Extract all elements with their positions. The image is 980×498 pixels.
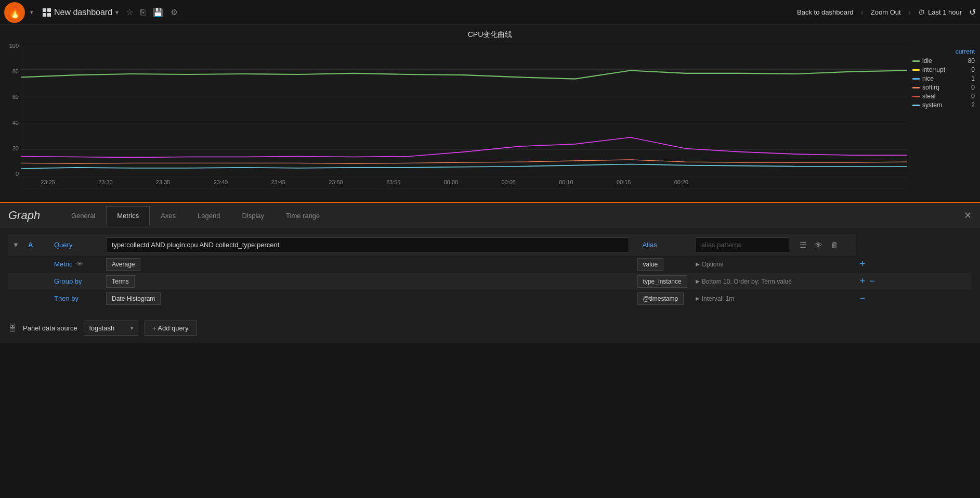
- nav-right-arrow[interactable]: ›: [908, 8, 911, 17]
- yaxis-60: 60: [12, 94, 19, 100]
- tab-time-range[interactable]: Time range: [275, 206, 331, 225]
- close-panel-editor-button[interactable]: ✕: [964, 210, 972, 221]
- time-range-button[interactable]: ⏱ Last 1 hour: [918, 8, 962, 16]
- query-actions-cell: ☰ 👁 🗑: [793, 234, 856, 256]
- tab-metrics[interactable]: Metrics: [106, 206, 150, 226]
- yaxis-100: 100: [9, 43, 19, 49]
- add-query-button[interactable]: + Add query: [145, 321, 197, 336]
- metric-agg-pill[interactable]: Average: [106, 258, 140, 271]
- groupby-options-cell: ▶ Bottom 10, Order by: Term value: [691, 273, 856, 290]
- metric-options-button[interactable]: ▶ Options: [696, 261, 723, 268]
- metric-label: Metric: [54, 260, 72, 268]
- xaxis-label: 23:40: [214, 179, 228, 185]
- xaxis-label: 23:45: [271, 179, 285, 185]
- xaxis-label: 23:55: [386, 179, 401, 185]
- nav-dropdown-arrow[interactable]: ▾: [28, 7, 35, 18]
- legend-value-system: 2: [971, 101, 975, 109]
- chart-title: CPU变化曲线: [0, 30, 980, 40]
- legend-color-steal: [912, 96, 920, 97]
- datasource-select-wrapper: logstash prometheus graphite: [84, 321, 138, 336]
- dashboard-title: New dashboard: [54, 8, 112, 17]
- chart-legend: current idle 80 interrupt 0 nice: [907, 43, 980, 188]
- yaxis-80: 80: [12, 68, 19, 74]
- yaxis-0: 0: [16, 171, 19, 177]
- metric-label-cell: Metric 👁: [50, 256, 102, 273]
- xaxis-label: 00:00: [444, 179, 459, 185]
- zoom-out-button[interactable]: Zoom Out: [871, 8, 901, 16]
- topnav: 🔥 ▾ New dashboard ▾ ☆ ⎘ 💾 ⚙ Back to dash…: [0, 0, 980, 25]
- chart-xaxis: 23:25 23:30 23:35 23:40 23:45 23:50 23:5…: [21, 176, 907, 188]
- xaxis-label: 00:10: [559, 179, 573, 185]
- groupby-label-cell: Group by: [50, 273, 102, 290]
- save-icon[interactable]: 💾: [153, 7, 163, 17]
- query-label-cell: Query: [50, 234, 102, 256]
- logo-button[interactable]: 🔥: [4, 2, 25, 23]
- query-delete-button[interactable]: 🗑: [829, 239, 841, 250]
- query-menu-button[interactable]: ☰: [798, 239, 808, 251]
- grafana-icon: 🔥: [8, 6, 22, 19]
- groupby-minus-button[interactable]: −: [869, 276, 875, 287]
- chart-plot: 23:25 23:30 23:35 23:40 23:45 23:50 23:5…: [21, 43, 907, 188]
- nav-left-arrow[interactable]: ‹: [861, 8, 864, 17]
- thenby-indent: [8, 290, 50, 307]
- groupby-type-pill[interactable]: Terms: [106, 275, 135, 288]
- metric-field-cell: value: [633, 256, 691, 273]
- metric-field-pill[interactable]: value: [637, 258, 664, 271]
- groupby-options-arrow: ▶: [696, 278, 700, 284]
- thenby-actions-cell: −: [856, 290, 972, 307]
- groupby-add-button[interactable]: +: [860, 276, 866, 287]
- share-icon[interactable]: ⎘: [140, 8, 146, 17]
- legend-name-steal: steal: [922, 93, 935, 100]
- query-eye-button[interactable]: 👁: [813, 239, 825, 250]
- clock-icon: ⏱: [918, 8, 925, 16]
- refresh-button[interactable]: ↺: [969, 7, 976, 17]
- row-id-cell: A: [24, 234, 50, 256]
- add-query-label: + Add query: [152, 324, 189, 332]
- star-icon[interactable]: ☆: [126, 7, 133, 17]
- groupby-row: Group by Terms type_instance ▶ Bottom 10…: [8, 273, 972, 290]
- groupby-type-cell: Terms: [102, 273, 633, 290]
- chart-svg: [21, 43, 907, 176]
- alias-input-cell: [691, 234, 793, 256]
- xaxis-label: 23:30: [98, 179, 113, 185]
- options-label: Options: [702, 261, 723, 268]
- thenby-options-cell: ▶ Interval: 1m: [691, 290, 856, 307]
- legend-value-nice: 1: [971, 75, 975, 82]
- alias-input[interactable]: [696, 237, 789, 252]
- groupby-options-button[interactable]: ▶ Bottom 10, Order by: Term value: [696, 278, 792, 285]
- dashboard-title-button[interactable]: New dashboard ▾: [38, 6, 123, 19]
- alias-label-cell: Alias: [633, 234, 691, 256]
- tab-general[interactable]: General: [60, 206, 106, 225]
- thenby-field-pill[interactable]: @timestamp: [637, 292, 684, 305]
- tab-display[interactable]: Display: [231, 206, 275, 225]
- thenby-type-pill[interactable]: Date Histogram: [106, 292, 161, 305]
- groupby-indent: [8, 273, 50, 290]
- xaxis-label: 23:50: [329, 179, 343, 185]
- metric-eye-icon[interactable]: 👁: [76, 260, 83, 268]
- chart-yaxis: 100 80 60 40 20 0: [0, 43, 21, 188]
- legend-value-idle: 80: [968, 57, 975, 65]
- row-id-a: A: [28, 241, 46, 249]
- thenby-options-button[interactable]: ▶ Interval: 1m: [696, 295, 735, 302]
- thenby-minus-button[interactable]: −: [860, 293, 866, 304]
- thenby-type-cell: Date Histogram: [102, 290, 633, 307]
- query-label: Query: [54, 241, 72, 249]
- back-to-dashboard-button[interactable]: Back to dashboard: [797, 8, 853, 16]
- tab-axes[interactable]: Axes: [150, 206, 187, 225]
- groupby-field-pill[interactable]: type_instance: [637, 275, 687, 288]
- tab-legend[interactable]: Legend: [187, 206, 231, 225]
- expand-icon[interactable]: ▼: [12, 241, 19, 249]
- legend-name-nice: nice: [922, 75, 934, 82]
- metric-add-button[interactable]: +: [860, 259, 866, 270]
- datasource-select[interactable]: logstash prometheus graphite: [84, 321, 138, 336]
- settings-icon[interactable]: ⚙: [171, 7, 178, 17]
- thenby-label: Then by: [54, 295, 79, 302]
- legend-item-idle: idle 80: [912, 57, 975, 65]
- query-input[interactable]: [106, 237, 629, 252]
- groupby-actions-cell: + −: [856, 273, 972, 290]
- query-input-cell: [102, 234, 633, 256]
- chart-area: CPU变化曲线 100 80 60 40 20 0: [0, 25, 980, 202]
- dashboard-grid-icon: [43, 8, 51, 17]
- legend-item-system: system 2: [912, 101, 975, 109]
- groupby-field-cell: type_instance: [633, 273, 691, 290]
